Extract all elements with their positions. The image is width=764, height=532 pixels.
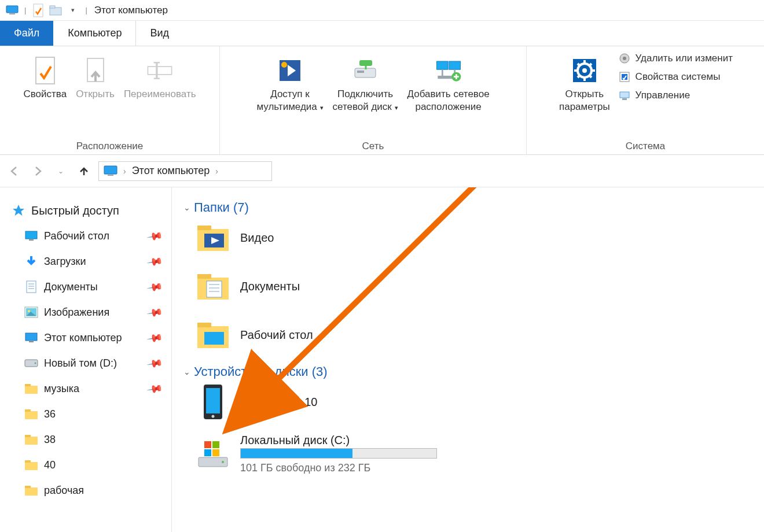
svg-rect-27 xyxy=(622,98,627,100)
nav-forward-button[interactable] xyxy=(29,162,46,180)
folder-desktop[interactable]: Рабочий стол xyxy=(196,318,439,352)
sidebar-item-music[interactable]: музыка 📌 xyxy=(12,376,171,401)
sidebar-item-desktop[interactable]: Рабочий стол 📌 xyxy=(12,223,171,249)
manage-label: Управление xyxy=(636,90,690,101)
svg-point-23 xyxy=(623,57,626,60)
section-folders-header[interactable]: ⌄ Папки (7) xyxy=(183,200,764,215)
sidebar-item-thispc[interactable]: Этот компьютер 📌 xyxy=(12,325,171,350)
add-netloc-button[interactable]: Добавить сетевое расположение xyxy=(403,50,494,116)
svg-rect-56 xyxy=(197,226,211,230)
sidebar-item-label: рабочая xyxy=(44,485,84,497)
device-cdrive[interactable]: Локальный диск (C:) 101 ГБ свободно из 2… xyxy=(196,434,474,474)
sidebar-item-working[interactable]: рабочая xyxy=(12,478,171,503)
properties-qat-icon[interactable] xyxy=(32,4,45,17)
sidebar-item-40[interactable]: 40 xyxy=(12,452,171,478)
folder-icon xyxy=(24,483,38,497)
chevron-down-icon: ⌄ xyxy=(183,367,190,376)
sidebar-item-label: 36 xyxy=(44,408,56,420)
tab-view[interactable]: Вид xyxy=(136,21,183,46)
open-settings-l1: Открыть xyxy=(565,88,604,101)
item-label: Redmi Note 10 xyxy=(240,396,317,409)
add-netloc-l1: Добавить сетевое xyxy=(407,88,490,101)
desktop-icon xyxy=(24,229,38,243)
nav-up-button[interactable] xyxy=(75,162,93,180)
device-phone[interactable]: Redmi Note 10 xyxy=(196,385,439,419)
open-settings-button[interactable]: Открыть параметры xyxy=(554,50,615,116)
qat-dropdown-icon[interactable]: ▾ xyxy=(67,4,79,17)
sidebar-item-36[interactable]: 36 xyxy=(12,401,171,427)
group-network-label: Сеть xyxy=(362,141,384,152)
open-settings-icon xyxy=(571,57,598,84)
add-netloc-l2: расположение xyxy=(415,101,481,113)
folder-documents[interactable]: Документы xyxy=(196,269,439,303)
section-devices-header[interactable]: ⌄ Устройства и диски (3) xyxy=(183,364,764,379)
sysprops-button[interactable]: Свойства системы xyxy=(618,71,733,83)
group-location-label: Расположение xyxy=(76,141,144,152)
phone-icon xyxy=(196,385,230,419)
pin-icon: 📌 xyxy=(146,354,164,372)
nav-back-button[interactable] xyxy=(6,162,23,180)
pin-icon: 📌 xyxy=(146,278,164,296)
item-label: Локальный диск (C:) xyxy=(240,434,437,447)
folder-icon xyxy=(24,382,38,396)
address-bar[interactable]: › Этот компьютер › xyxy=(98,161,272,181)
svg-rect-33 xyxy=(27,281,36,293)
sidebar-quick-access[interactable]: Быстрый доступ xyxy=(12,198,171,223)
svg-rect-46 xyxy=(25,384,31,386)
sidebar-item-volume-d[interactable]: Новый том (D:) 📌 xyxy=(12,350,171,376)
quick-access-toolbar: | ▾ | xyxy=(0,4,94,17)
open-button[interactable]: Открыть xyxy=(71,50,119,103)
properties-button[interactable]: Свойства xyxy=(19,50,71,103)
svg-rect-47 xyxy=(25,411,38,419)
map-drive-icon xyxy=(351,57,379,84)
newfolder-qat-icon[interactable] xyxy=(49,4,62,17)
sidebar-item-label: Изображения xyxy=(44,306,109,319)
nav-pane: Быстрый доступ Рабочий стол 📌 Загрузки 📌… xyxy=(0,187,172,532)
sidebar-item-label: 38 xyxy=(44,434,56,446)
manage-icon xyxy=(618,89,631,102)
nav-recent-button[interactable]: ⌄ xyxy=(52,162,69,180)
thispc-icon xyxy=(6,4,19,17)
breadcrumb-root[interactable]: Этот компьютер xyxy=(132,165,210,177)
chevron-right-icon[interactable]: › xyxy=(215,167,218,176)
rename-button[interactable]: Переименовать xyxy=(119,50,201,103)
svg-rect-8 xyxy=(156,62,157,78)
svg-rect-3 xyxy=(50,8,61,15)
map-drive-button[interactable]: Подключить сетевой диск ▾ xyxy=(328,50,403,116)
sidebar-item-documents[interactable]: Документы 📌 xyxy=(12,274,171,300)
svg-rect-51 xyxy=(25,462,38,470)
media-access-l2: мультимедиа ▾ xyxy=(256,101,323,113)
downloads-icon xyxy=(24,254,38,268)
svg-rect-50 xyxy=(25,435,31,437)
ribbon-group-system: Открыть параметры Удалить или изменит Св… xyxy=(527,46,764,154)
svg-rect-41 xyxy=(25,333,37,341)
thispc-addr-icon xyxy=(104,165,117,177)
svg-rect-26 xyxy=(620,92,629,98)
svg-rect-0 xyxy=(6,6,18,13)
ribbon-group-network: Доступ к мультимедиа ▾ Подключить сетево… xyxy=(220,46,527,154)
sidebar-item-pictures[interactable]: Изображения 📌 xyxy=(12,300,171,325)
svg-point-72 xyxy=(222,461,224,463)
svg-point-70 xyxy=(212,415,215,418)
chevron-right-icon[interactable]: › xyxy=(123,167,126,176)
pin-icon: 📌 xyxy=(146,329,164,347)
tab-computer[interactable]: Компьютер xyxy=(54,21,136,46)
uninstall-label: Удалить или изменит xyxy=(636,53,733,64)
folder-icon xyxy=(24,433,38,446)
pin-icon: 📌 xyxy=(146,227,164,245)
sidebar-item-label: 40 xyxy=(44,459,56,471)
window-title: Этот компьютер xyxy=(94,5,168,16)
drive-c-icon xyxy=(196,437,230,471)
uninstall-button[interactable]: Удалить или изменит xyxy=(618,52,733,65)
media-access-button[interactable]: Доступ к мультимедиа ▾ xyxy=(252,50,328,116)
folder-video[interactable]: Видео xyxy=(196,221,439,254)
manage-button[interactable]: Управление xyxy=(618,89,733,102)
sidebar-item-38[interactable]: 38 xyxy=(12,427,171,452)
item-label: Документы xyxy=(240,280,300,293)
sidebar-item-downloads[interactable]: Загрузки 📌 xyxy=(12,249,171,274)
svg-rect-14 xyxy=(359,60,372,66)
sidebar-item-label: Этот компьютер xyxy=(44,332,122,344)
svg-rect-29 xyxy=(108,175,113,176)
media-access-icon xyxy=(276,57,304,84)
tab-file[interactable]: Файл xyxy=(0,21,54,46)
